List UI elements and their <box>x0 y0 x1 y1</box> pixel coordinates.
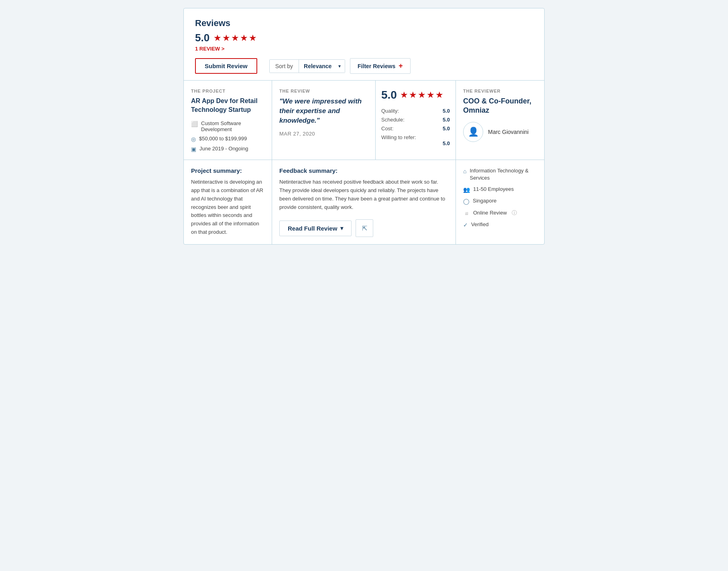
calendar-icon: ▣ <box>191 146 196 152</box>
r-star-5: ★ <box>435 90 443 100</box>
review-card-top: THE PROJECT AR App Dev for Retail Techno… <box>184 81 544 160</box>
review-top-col: THE REVIEW "We were impressed with their… <box>272 81 376 160</box>
star-1: ★ <box>214 33 222 43</box>
overall-rating-row: 5.0 ★ ★ ★ ★ ★ <box>381 89 450 101</box>
cost-rating: Cost: 5.0 <box>381 126 450 132</box>
r-star-3: ★ <box>418 90 426 100</box>
ratings-top-col: 5.0 ★ ★ ★ ★ ★ Quality: 5.0 Schedule: 5.0… <box>376 81 456 160</box>
controls-row: Submit Review Sort by Relevance Date Rat… <box>195 58 533 80</box>
reviewer-section-label: THE REVIEWER <box>463 89 537 93</box>
project-summary-col: Project summary: Netinteractive is devel… <box>184 160 272 244</box>
filter-plus-icon: + <box>399 62 403 70</box>
project-section-label: THE PROJECT <box>191 89 264 93</box>
sort-select[interactable]: Relevance Date Rating <box>299 60 345 73</box>
reviewer-employees: 11-50 Employees <box>473 186 514 193</box>
reviewer-bottom-col: ⌂ Information Technology & Services 👥 11… <box>456 160 544 244</box>
reviewer-location-item: ◯ Singapore <box>463 197 537 206</box>
overall-stars: ★ ★ ★ ★ ★ <box>400 90 443 100</box>
star-3: ★ <box>231 33 239 43</box>
schedule-label: Schedule: <box>381 117 405 123</box>
location-icon: ◯ <box>463 198 470 206</box>
review-date: MAR 27, 2020 <box>279 131 368 137</box>
reviews-title: Reviews <box>195 18 533 28</box>
monitor-icon: ⬜ <box>191 121 198 127</box>
reviewer-title: COO & Co-Founder, Omniaz <box>463 97 537 115</box>
share-button[interactable]: ⇱ <box>356 219 373 237</box>
read-full-label: Read Full Review <box>288 225 337 232</box>
reviewer-location: Singapore <box>473 197 496 205</box>
people-icon: 👥 <box>463 186 470 194</box>
project-meta: ⬜ Custom Software Development ◎ $50,000 … <box>191 120 264 152</box>
reviewer-verified-item: ✓ Verified <box>463 221 537 229</box>
reviewer-industry: Information Technology & Services <box>470 167 537 182</box>
reviewer-person: 👤 Marc Giovannini <box>463 122 537 142</box>
source-help-icon: ⓘ <box>512 209 517 217</box>
cost-label: Cost: <box>381 126 393 132</box>
star-5: ★ <box>249 33 257 43</box>
schedule-val: 5.0 <box>443 117 450 123</box>
chat-icon: ◽ <box>463 210 470 218</box>
reviewer-name: Marc Giovannini <box>488 129 529 135</box>
header-area: Reviews 5.0 ★ ★ ★ ★ ★ 1 REVIEW > Submit … <box>184 8 544 81</box>
project-type: Custom Software Development <box>201 120 264 132</box>
project-top-col: THE PROJECT AR App Dev for Retail Techno… <box>184 81 272 160</box>
summary-title: Project summary: <box>191 167 264 174</box>
project-budget-item: ◎ $50,000 to $199,999 <box>191 136 264 142</box>
review-count-link[interactable]: 1 REVIEW > <box>195 46 533 52</box>
project-date-item: ▣ June 2019 - Ongoing <box>191 146 264 152</box>
r-star-1: ★ <box>400 90 408 100</box>
star-2: ★ <box>222 33 230 43</box>
budget-icon: ◎ <box>191 136 196 142</box>
review-quote: "We were impressed with their expertise … <box>279 97 368 125</box>
reviewer-source: Online Review <box>473 209 507 217</box>
feedback-col: Feedback summary: Netinteractive has rec… <box>272 160 456 244</box>
filter-reviews-label: Filter Reviews <box>358 63 395 69</box>
quality-rating: Quality: 5.0 <box>381 108 450 114</box>
person-icon: 👤 <box>468 127 479 137</box>
feedback-title: Feedback summary: <box>279 167 448 174</box>
verified-icon: ✓ <box>463 221 468 229</box>
chevron-down-icon: ▾ <box>340 225 343 231</box>
filter-reviews-button[interactable]: Filter Reviews + <box>350 58 411 74</box>
schedule-rating: Schedule: 5.0 <box>381 117 450 123</box>
overall-score: 5.0 <box>381 89 397 101</box>
willing-val: 5.0 <box>381 140 450 146</box>
reviewer-source-item: ◽ Online Review ⓘ <box>463 209 537 218</box>
sort-area: Sort by Relevance Date Rating ▾ <box>269 59 345 73</box>
willing-rating: Willing to refer: 5.0 <box>381 134 450 146</box>
feedback-actions: Read Full Review ▾ ⇱ <box>279 219 448 237</box>
stars-display: ★ ★ ★ ★ ★ <box>214 33 257 43</box>
reviewer-top-col: THE REVIEWER COO & Co-Founder, Omniaz 👤 … <box>456 81 544 160</box>
project-type-item: ⬜ Custom Software Development <box>191 120 264 132</box>
sort-label: Sort by <box>270 60 299 73</box>
project-title: AR App Dev for Retail Technology Startup <box>191 97 264 114</box>
project-date: June 2019 - Ongoing <box>199 146 248 152</box>
building-icon: ⌂ <box>463 168 466 176</box>
quality-val: 5.0 <box>443 108 450 114</box>
r-star-4: ★ <box>427 90 435 100</box>
reviewer-employees-item: 👥 11-50 Employees <box>463 186 537 194</box>
project-budget: $50,000 to $199,999 <box>199 136 247 142</box>
share-icon: ⇱ <box>362 225 367 232</box>
reviewer-industry-item: ⌂ Information Technology & Services <box>463 167 537 182</box>
reviewer-verified: Verified <box>471 221 488 228</box>
willing-label: Willing to refer: <box>381 134 416 140</box>
review-section-label: THE REVIEW <box>279 89 368 93</box>
r-star-2: ★ <box>409 90 417 100</box>
star-4: ★ <box>240 33 248 43</box>
feedback-text: Netinteractive has received positive fee… <box>279 178 448 211</box>
submit-review-button[interactable]: Submit Review <box>195 58 257 74</box>
read-full-review-button[interactable]: Read Full Review ▾ <box>279 221 352 236</box>
review-card-bottom: Project summary: Netinteractive is devel… <box>184 160 544 244</box>
reviews-container: Reviews 5.0 ★ ★ ★ ★ ★ 1 REVIEW > Submit … <box>183 8 545 245</box>
overall-rating: 5.0 <box>195 32 209 44</box>
quality-label: Quality: <box>381 108 399 114</box>
cost-val: 5.0 <box>443 126 450 132</box>
rating-row: 5.0 ★ ★ ★ ★ ★ <box>195 32 533 44</box>
avatar: 👤 <box>463 122 483 142</box>
summary-text: Netinteractive is developing an app that… <box>191 178 264 237</box>
